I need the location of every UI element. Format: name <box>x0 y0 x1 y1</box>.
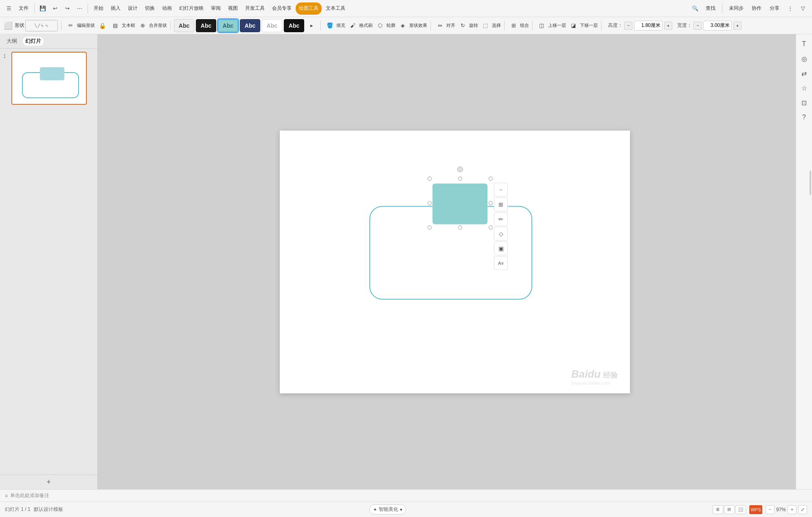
fill-btn[interactable]: 填充 <box>336 22 345 29</box>
view-list-btn[interactable]: ≣ <box>713 505 723 514</box>
more-menu-icon[interactable]: ⋮ <box>784 3 796 14</box>
zoom-plus-btn[interactable]: + <box>788 505 797 514</box>
slide-thumb-box-1[interactable] <box>11 52 87 105</box>
abc-style-3-selected[interactable]: Abc <box>218 19 238 32</box>
textbox-icon[interactable]: ▤ <box>110 20 121 31</box>
width-plus-btn[interactable]: + <box>733 22 742 30</box>
rotate-handle[interactable] <box>457 166 463 172</box>
format-brush-btn[interactable]: 格式刷 <box>359 22 373 29</box>
menu-slideshow[interactable]: 幻灯片放映 <box>176 2 207 15</box>
handle-mid-right[interactable] <box>489 201 493 205</box>
height-input[interactable] <box>634 21 663 31</box>
search-icon[interactable]: 🔍 <box>689 3 701 14</box>
move-down-icon[interactable]: ◪ <box>568 20 579 31</box>
sidebar-text-icon[interactable]: T <box>798 37 811 51</box>
sidebar-help-icon[interactable]: ? <box>798 111 811 124</box>
merge-btn[interactable]: 合并形状 <box>149 22 167 29</box>
tab-outline[interactable]: 大纲 <box>4 37 20 46</box>
move-down-btn[interactable]: 下移一层 <box>580 22 598 29</box>
height-plus-btn[interactable]: + <box>664 22 672 30</box>
styles-expand-icon[interactable]: ▸ <box>306 20 317 31</box>
menu-view[interactable]: 视图 <box>225 2 241 15</box>
share-btn[interactable]: 分享 <box>766 2 783 15</box>
fill-icon[interactable]: 🪣 <box>324 20 336 31</box>
tab-text-tools[interactable]: 文本工具 <box>323 2 349 15</box>
sidebar-sync-icon[interactable]: ⇄ <box>798 67 811 80</box>
abc-style-4[interactable]: Abc <box>240 19 260 32</box>
add-slide-btn[interactable]: + <box>0 475 97 489</box>
outline-btn[interactable]: 轮廓 <box>386 22 395 29</box>
context-border-btn[interactable]: ▣ <box>494 241 508 255</box>
select-icon[interactable]: ⬚ <box>480 20 491 31</box>
textbox-btn[interactable]: 文本框 <box>122 22 135 29</box>
more-icon[interactable]: ⋯ <box>74 3 85 14</box>
handle-bottom-center[interactable] <box>458 225 462 229</box>
hamburger-menu[interactable]: ☰ <box>3 3 15 14</box>
width-minus-btn[interactable]: － <box>693 22 702 30</box>
align-btn[interactable]: 对齐 <box>446 22 455 29</box>
rotate-icon[interactable]: ↻ <box>457 20 468 31</box>
undo-icon[interactable]: ↩ <box>49 3 61 14</box>
shape-effects-icon[interactable]: ◈ <box>397 20 408 31</box>
shape-effects-btn[interactable]: 形状效果 <box>409 22 427 29</box>
zoom-minus-btn[interactable]: － <box>766 505 775 514</box>
edit-shape-btn[interactable]: 编辑形状 <box>77 22 95 29</box>
handle-mid-left[interactable] <box>428 201 432 205</box>
group-btn[interactable]: 组合 <box>520 22 529 29</box>
search-label[interactable]: 查找 <box>702 2 719 15</box>
menu-member[interactable]: 会员专享 <box>269 2 295 15</box>
lock-icon[interactable]: 🔒 <box>97 20 108 31</box>
menu-animation[interactable]: 动画 <box>159 2 175 15</box>
view-grid-btn[interactable]: ⊞ <box>724 505 735 514</box>
outline-icon[interactable]: ⬡ <box>374 20 386 31</box>
menu-design[interactable]: 设计 <box>125 2 141 15</box>
canvas-area[interactable]: － ⊞ ✏ ◇ ▣ A≡ Baidu 经验 jingyan.baidu.com … <box>98 34 812 489</box>
notes-text[interactable]: 单击此处添加备注 <box>10 492 49 499</box>
tab-drawing-tools[interactable]: 绘图工具 <box>296 2 322 15</box>
group-icon[interactable]: ⊞ <box>508 20 519 31</box>
context-fill-btn[interactable]: ◇ <box>494 227 508 240</box>
abc-style-2[interactable]: Abc <box>196 19 216 32</box>
sidebar-target-icon[interactable]: ◎ <box>798 52 811 65</box>
handle-top-left[interactable] <box>428 176 432 180</box>
width-input[interactable] <box>703 21 732 31</box>
abc-style-5[interactable]: Abc <box>262 19 282 32</box>
layer-icon[interactable]: ◫ <box>536 20 547 31</box>
handle-top-center[interactable] <box>458 176 462 180</box>
align-icon[interactable]: ⇔ <box>434 20 446 31</box>
minimize-icon[interactable]: ▽ <box>797 3 809 14</box>
handle-bottom-left[interactable] <box>428 225 432 229</box>
menu-review[interactable]: 审阅 <box>208 2 224 15</box>
abc-style-6[interactable]: Abc <box>284 19 304 32</box>
fullscreen-btn[interactable]: ⤢ <box>798 505 807 514</box>
tab-slides[interactable]: 幻灯片 <box>23 37 44 46</box>
context-text-btn[interactable]: A≡ <box>494 256 508 270</box>
view-single-btn[interactable]: ⬜ <box>735 505 746 514</box>
redo-icon[interactable]: ↪ <box>61 3 73 14</box>
sidebar-star-icon[interactable]: ☆ <box>798 81 811 95</box>
shape-icon[interactable]: ⬜ <box>2 20 14 31</box>
abc-style-1[interactable]: Abc <box>174 19 194 32</box>
collab-btn[interactable]: 协作 <box>748 2 765 15</box>
sync-btn[interactable]: 未同步 <box>726 2 747 15</box>
context-pen-btn[interactable]: ✏ <box>494 212 508 226</box>
menu-insert[interactable]: 插入 <box>108 2 124 15</box>
shape-palette[interactable]: ╲ ╱ ∿ ∿ <box>25 20 58 31</box>
menu-start[interactable]: 开始 <box>90 2 107 15</box>
smart-beautify-btn[interactable]: ✦ 智能美化 ▾ <box>369 504 406 515</box>
height-minus-btn[interactable]: － <box>624 22 632 30</box>
menu-dev[interactable]: 开发工具 <box>242 2 268 15</box>
format-brush-icon[interactable]: 🖌 <box>347 20 358 31</box>
select-btn[interactable]: 选择 <box>492 22 501 29</box>
menu-file[interactable]: 文件 <box>15 2 32 15</box>
save-icon[interactable]: 💾 <box>37 3 48 14</box>
context-layers-btn[interactable]: ⊞ <box>494 197 508 211</box>
rotate-btn[interactable]: 旋转 <box>469 22 478 29</box>
merge-icon[interactable]: ⊕ <box>137 20 148 31</box>
context-minus-btn[interactable]: － <box>494 183 508 196</box>
handle-bottom-right[interactable] <box>489 225 493 229</box>
wps-logo-btn[interactable]: WPS <box>749 505 762 514</box>
edit-shape-icon[interactable]: ✏ <box>65 20 76 31</box>
handle-top-right[interactable] <box>489 176 493 180</box>
sidebar-layout-icon[interactable]: ⊡ <box>798 96 811 109</box>
